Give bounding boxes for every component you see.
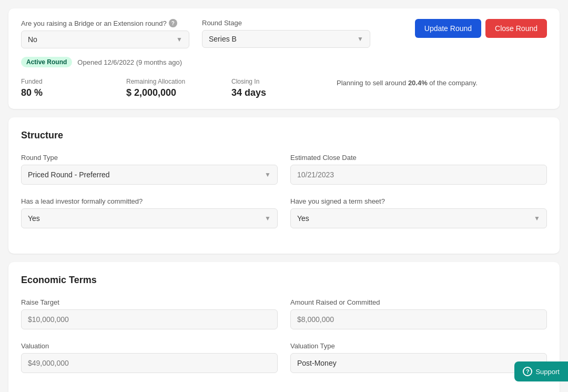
active-round-row: Active Round Opened 12/6/2022 (9 months … — [21, 57, 547, 67]
update-round-button[interactable]: Update Round — [415, 19, 481, 38]
lead-investor-col: Has a lead investor formally committed? … — [21, 197, 278, 228]
valuation-type-label: Valuation Type — [290, 342, 547, 350]
top-left-fields: Are you raising a Bridge or an Extension… — [21, 19, 407, 48]
structure-row-1: Round Type Priced Round - Preferred ▼ Es… — [21, 154, 547, 185]
stage-select[interactable]: Series B ▼ — [202, 30, 370, 48]
amount-raised-label: Amount Raised or Committed — [290, 298, 547, 306]
bridge-select[interactable]: No ▼ — [21, 31, 189, 48]
support-icon: ? — [523, 367, 532, 376]
funded-value: 80 % — [21, 87, 126, 98]
round-type-col: Round Type Priced Round - Preferred ▼ — [21, 154, 278, 185]
remaining-value: $ 2,000,000 — [126, 87, 231, 98]
funded-stat: Funded 80 % — [21, 78, 126, 98]
remaining-stat: Remaining Allocation $ 2,000,000 — [126, 78, 231, 98]
valuation-input[interactable] — [21, 353, 278, 373]
structure-card: Structure Round Type Priced Round - Pref… — [8, 117, 560, 254]
economic-terms-title: Economic Terms — [21, 275, 547, 286]
economic-terms-card: Economic Terms Raise Target Amount Raise… — [8, 262, 560, 392]
term-sheet-select[interactable]: Yes ▼ — [290, 208, 547, 228]
economic-row-2: Valuation Valuation Type Post-Money ▼ — [21, 342, 547, 373]
page-container: Are you raising a Bridge or an Extension… — [0, 0, 568, 392]
closing-value: 34 days — [231, 87, 337, 98]
valuation-label: Valuation — [21, 342, 278, 350]
raise-target-col: Raise Target — [21, 298, 278, 329]
economic-row-1: Raise Target Amount Raised or Committed — [21, 298, 547, 329]
valuation-col: Valuation — [21, 342, 278, 373]
bridge-chevron-icon: ▼ — [176, 36, 182, 43]
lead-investor-select[interactable]: Yes ▼ — [21, 208, 278, 228]
stats-row: Funded 80 % Remaining Allocation $ 2,000… — [21, 78, 547, 98]
round-type-chevron-icon: ▼ — [265, 171, 271, 178]
term-sheet-col: Have you signed a term sheet? Yes ▼ — [290, 197, 547, 228]
structure-row-2: Has a lead investor formally committed? … — [21, 197, 547, 228]
help-icon[interactable]: ? — [169, 19, 177, 27]
close-date-col: Estimated Close Date — [290, 154, 547, 185]
closing-label: Closing In — [231, 78, 337, 85]
stage-field-group: Round Stage Series B ▼ — [202, 19, 370, 48]
active-round-badge: Active Round — [21, 57, 72, 67]
stage-label: Round Stage — [202, 19, 370, 27]
term-sheet-chevron-icon: ▼ — [534, 215, 540, 222]
close-round-button[interactable]: Close Round — [485, 19, 547, 38]
structure-title: Structure — [21, 130, 547, 141]
planning-text: Planning to sell around 20.4% of the com… — [337, 78, 547, 88]
funded-label: Funded — [21, 78, 126, 85]
bridge-field-group: Are you raising a Bridge or an Extension… — [21, 19, 189, 48]
round-type-select[interactable]: Priced Round - Preferred ▼ — [21, 165, 278, 185]
valuation-type-select[interactable]: Post-Money ▼ — [290, 353, 547, 373]
top-row: Are you raising a Bridge or an Extension… — [21, 19, 547, 48]
remaining-label: Remaining Allocation — [126, 78, 231, 85]
close-date-label: Estimated Close Date — [290, 154, 547, 162]
amount-raised-input[interactable] — [290, 309, 547, 329]
round-type-label: Round Type — [21, 154, 278, 162]
closing-stat: Closing In 34 days — [231, 78, 337, 98]
amount-raised-col: Amount Raised or Committed — [290, 298, 547, 329]
valuation-type-col: Valuation Type Post-Money ▼ — [290, 342, 547, 373]
close-date-input[interactable] — [290, 165, 547, 185]
lead-investor-chevron-icon: ▼ — [265, 215, 271, 222]
raise-target-label: Raise Target — [21, 298, 278, 306]
top-card: Are you raising a Bridge or an Extension… — [8, 8, 560, 109]
opened-text: Opened 12/6/2022 (9 months ago) — [77, 58, 182, 66]
stage-chevron-icon: ▼ — [357, 35, 363, 43]
raise-target-input[interactable] — [21, 309, 278, 329]
bridge-label: Are you raising a Bridge or an Extension… — [21, 19, 189, 27]
term-sheet-label: Have you signed a term sheet? — [290, 197, 547, 205]
lead-investor-label: Has a lead investor formally committed? — [21, 197, 278, 205]
action-buttons: Update Round Close Round — [415, 19, 547, 38]
support-button[interactable]: ? Support — [514, 361, 568, 381]
